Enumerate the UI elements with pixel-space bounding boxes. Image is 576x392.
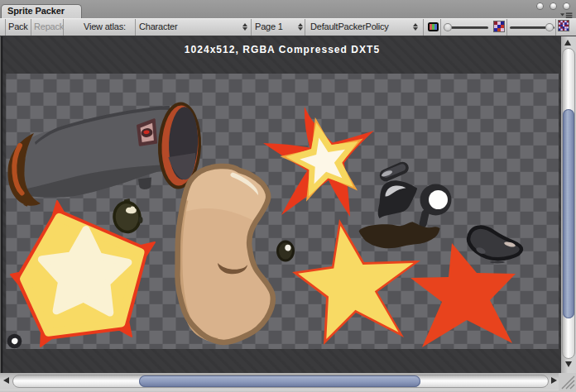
svg-text:1024x512, RGBA Compressed DXT5: 1024x512, RGBA Compressed DXT5 — [185, 44, 380, 55]
